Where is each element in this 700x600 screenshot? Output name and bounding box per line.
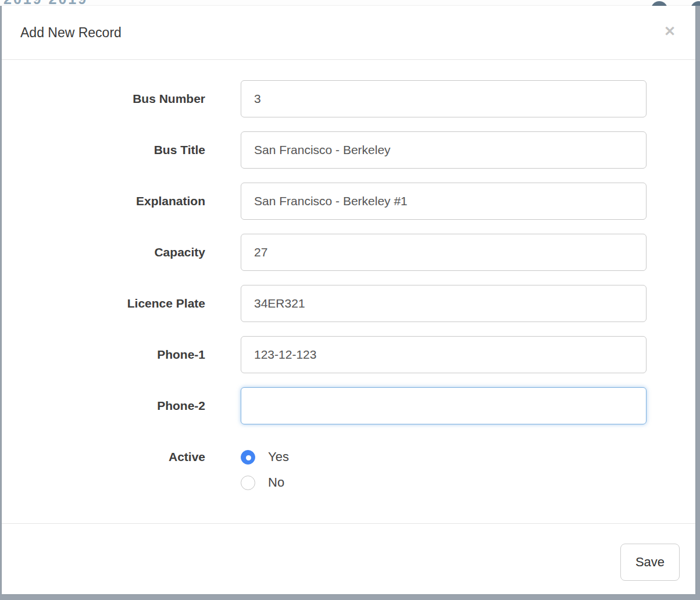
- bus-title-label: Bus Title: [2, 143, 205, 157]
- form-row-bus-title: Bus Title: [2, 131, 695, 169]
- phone-2-label: Phone-2: [2, 399, 205, 413]
- active-yes-label: Yes: [268, 449, 289, 465]
- radio-unselected-icon[interactable]: [241, 476, 255, 490]
- capacity-input[interactable]: [241, 234, 647, 271]
- modal-title: Add New Record: [20, 25, 122, 41]
- add-record-modal: Add New Record ✕ Bus Number Bus Title Ex…: [2, 6, 695, 594]
- phone-1-label: Phone-1: [2, 348, 205, 362]
- phone-2-input[interactable]: [241, 387, 647, 424]
- active-label: Active: [2, 448, 205, 466]
- active-yes-option[interactable]: Yes: [241, 448, 289, 466]
- explanation-input[interactable]: [241, 183, 647, 220]
- active-radio-group: Yes No: [241, 448, 289, 499]
- background-clipped-text: 2019 2019: [3, 0, 88, 6]
- background-circle-icon: [651, 1, 667, 6]
- modal-header: Add New Record ✕: [2, 6, 695, 60]
- background-circle-icon: [691, 1, 700, 6]
- bus-title-input[interactable]: [241, 131, 647, 169]
- licence-plate-input[interactable]: [241, 285, 647, 322]
- capacity-label: Capacity: [2, 245, 205, 259]
- form-row-licence-plate: Licence Plate: [2, 285, 695, 322]
- background-page-sliver: 2019 2019: [0, 0, 700, 6]
- form-row-bus-number: Bus Number: [2, 80, 695, 117]
- form-row-explanation: Explanation: [2, 183, 695, 220]
- bus-number-input[interactable]: [241, 80, 647, 117]
- active-no-label: No: [268, 475, 284, 490]
- save-button[interactable]: Save: [620, 544, 680, 581]
- form-row-phone-1: Phone-1: [2, 336, 695, 373]
- form-row-capacity: Capacity: [2, 234, 695, 271]
- form-row-phone-2: Phone-2: [2, 387, 695, 424]
- form-row-active: Active Yes No: [2, 438, 695, 499]
- modal-footer: Save: [2, 523, 695, 594]
- bus-number-label: Bus Number: [2, 92, 205, 106]
- radio-selected-icon[interactable]: [241, 450, 255, 465]
- close-icon[interactable]: ✕: [662, 22, 678, 41]
- explanation-label: Explanation: [2, 194, 205, 208]
- modal-body: Bus Number Bus Title Explanation Capacit…: [2, 60, 695, 499]
- licence-plate-label: Licence Plate: [2, 297, 205, 310]
- active-no-option[interactable]: No: [241, 473, 289, 492]
- phone-1-input[interactable]: [241, 336, 647, 373]
